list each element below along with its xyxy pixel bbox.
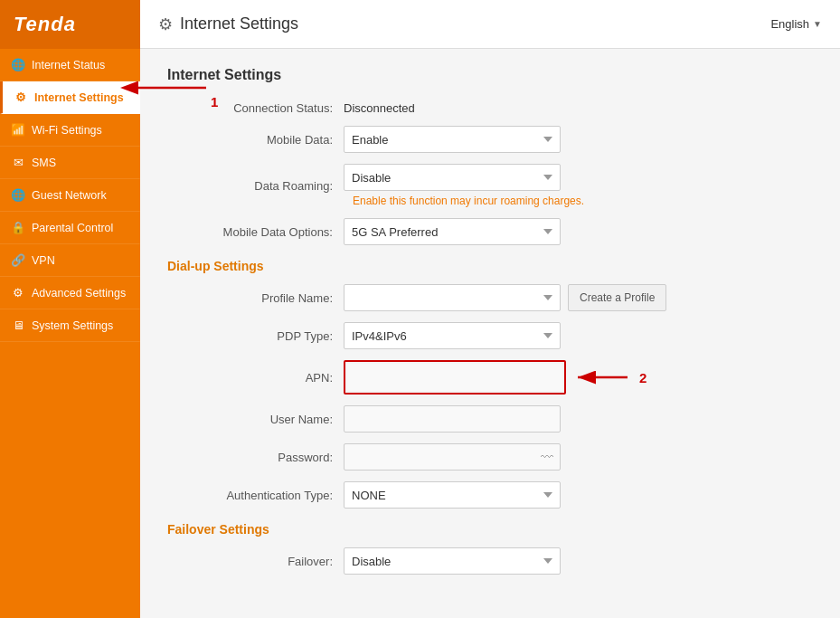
advanced-settings-icon: ⚙ xyxy=(11,286,25,299)
sidebar: Tenda 🌐 Internet Status ⚙ Internet Setti… xyxy=(0,0,140,618)
profile-name-select[interactable] xyxy=(344,284,561,311)
sidebar-item-internet-status[interactable]: 🌐 Internet Status xyxy=(0,49,140,81)
content-area: Internet Settings Connection Status: Dis… xyxy=(140,49,840,618)
username-label: User Name: xyxy=(167,413,344,426)
topbar: ⚙ Internet Settings English ▼ xyxy=(140,0,840,49)
annotation-2: 2 xyxy=(639,370,647,385)
password-input[interactable] xyxy=(344,443,561,471)
sidebar-item-sms[interactable]: ✉ SMS xyxy=(0,147,140,179)
language-selector[interactable]: English ▼ xyxy=(770,17,822,31)
mobile-data-select[interactable]: Enable Disable xyxy=(344,126,561,153)
sidebar-item-label: SMS xyxy=(32,157,56,169)
connection-status-label: Connection Status: xyxy=(167,101,344,115)
password-label: Password: xyxy=(167,451,344,464)
system-settings-icon: 🖥 xyxy=(11,319,25,332)
pdp-type-select[interactable]: IPv4&IPv6 IPv4 IPv6 xyxy=(344,322,561,349)
wifi-settings-icon: 📶 xyxy=(11,123,25,137)
settings-icon: ⚙ xyxy=(158,14,173,34)
sidebar-item-guest-network[interactable]: 🌐 Guest Network xyxy=(0,179,140,212)
password-row: Password: 〰 xyxy=(167,443,813,471)
profile-name-label: Profile Name: xyxy=(167,291,344,305)
auth-type-label: Authentication Type: xyxy=(167,489,344,502)
auth-type-select[interactable]: NONE PAP CHAP PAP or CHAP xyxy=(344,481,561,509)
sidebar-item-label: Parental Control xyxy=(32,222,113,234)
failover-section-title: Failover Settings xyxy=(167,522,813,537)
apn-row: APN: xyxy=(167,360,813,395)
profile-name-row: Profile Name: Create a Profile xyxy=(167,284,813,311)
guest-network-icon: 🌐 xyxy=(11,188,25,202)
username-row: User Name: xyxy=(167,405,813,433)
sidebar-item-label: System Settings xyxy=(32,319,113,332)
data-roaming-row: Data Roaming: Disable Enable Enable this… xyxy=(167,164,813,207)
internet-status-icon: 🌐 xyxy=(11,58,25,71)
mobile-data-row: Mobile Data: Enable Disable xyxy=(167,126,813,153)
apn-container: 2 xyxy=(344,360,647,395)
sidebar-item-label: Wi-Fi Settings xyxy=(32,124,102,137)
apn-input-wrapper xyxy=(344,360,566,395)
sms-icon: ✉ xyxy=(11,156,25,169)
username-input[interactable] xyxy=(344,405,561,433)
apn-input[interactable] xyxy=(347,364,562,391)
logo: Tenda xyxy=(0,0,140,49)
page-title: Internet Settings xyxy=(167,67,813,83)
sidebar-item-label: VPN xyxy=(32,254,55,267)
auth-type-row: Authentication Type: NONE PAP CHAP PAP o… xyxy=(167,481,813,509)
pdp-type-row: PDP Type: IPv4&IPv6 IPv4 IPv6 xyxy=(167,322,813,349)
mobile-data-options-label: Mobile Data Options: xyxy=(167,225,344,239)
mobile-data-options-select[interactable]: 5G SA Preferred 5G NSA Preferred 4G Pref… xyxy=(344,218,561,245)
mobile-data-label: Mobile Data: xyxy=(167,133,344,147)
chevron-down-icon: ▼ xyxy=(813,19,822,29)
sidebar-item-system-settings[interactable]: 🖥 System Settings xyxy=(0,309,140,342)
data-roaming-select[interactable]: Disable Enable xyxy=(344,164,561,191)
failover-label: Failover: xyxy=(167,555,344,568)
sidebar-item-label: Advanced Settings xyxy=(32,287,126,299)
connection-status-value: Disconnected xyxy=(344,101,415,115)
mobile-data-options-row: Mobile Data Options: 5G SA Preferred 5G … xyxy=(167,218,813,245)
password-wrapper: 〰 xyxy=(344,443,561,471)
topbar-title: Internet Settings xyxy=(180,14,298,33)
sidebar-item-label: Internet Status xyxy=(32,59,105,71)
sidebar-item-advanced-settings[interactable]: ⚙ Advanced Settings xyxy=(0,277,140,309)
vpn-icon: 🔗 xyxy=(11,253,25,267)
parental-control-icon: 🔒 xyxy=(11,221,25,234)
sidebar-item-parental-control[interactable]: 🔒 Parental Control xyxy=(0,212,140,244)
data-roaming-label: Data Roaming: xyxy=(167,179,344,193)
sidebar-item-label: Guest Network xyxy=(32,189,107,202)
sidebar-item-internet-settings[interactable]: ⚙ Internet Settings xyxy=(0,81,140,114)
sidebar-item-vpn[interactable]: 🔗 VPN xyxy=(0,244,140,277)
sidebar-item-wifi-settings[interactable]: 📶 Wi-Fi Settings xyxy=(0,114,140,147)
data-roaming-hint: Enable this function may incur roaming c… xyxy=(353,195,584,207)
language-label: English xyxy=(770,17,809,31)
failover-select[interactable]: Disable Enable xyxy=(344,547,561,575)
sidebar-item-label: Internet Settings xyxy=(34,91,124,104)
topbar-title-area: ⚙ Internet Settings xyxy=(158,14,298,34)
apn-label: APN: xyxy=(167,371,344,385)
eye-icon[interactable]: 〰 xyxy=(541,450,553,464)
internet-settings-icon: ⚙ xyxy=(14,90,28,104)
failover-row: Failover: Disable Enable xyxy=(167,547,813,575)
dialup-section-title: Dial-up Settings xyxy=(167,259,813,273)
create-profile-button[interactable]: Create a Profile xyxy=(568,284,666,311)
connection-status-row: Connection Status: Disconnected xyxy=(167,101,813,115)
pdp-type-label: PDP Type: xyxy=(167,329,344,343)
main-content: ⚙ Internet Settings English ▼ Internet S… xyxy=(140,0,840,618)
